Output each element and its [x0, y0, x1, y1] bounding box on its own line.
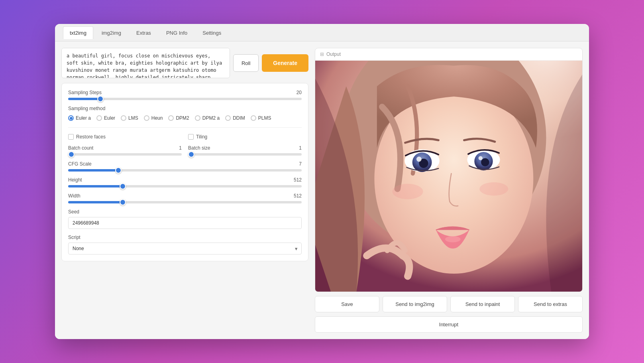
- svg-point-10: [481, 158, 489, 166]
- radio-label-euler-a: Euler a: [76, 115, 91, 121]
- seed-row: Seed: [68, 209, 302, 229]
- radio-heun[interactable]: Heun: [144, 115, 163, 121]
- width-label: Width: [68, 193, 80, 199]
- output-label: Output: [326, 51, 341, 57]
- batch-count-label: Batch count: [68, 145, 93, 151]
- width-slider[interactable]: [68, 201, 302, 203]
- radio-circle-ddim: [225, 115, 231, 121]
- tab-bar: txt2img img2img Extras PNG Info Settings: [55, 24, 589, 41]
- interrupt-button[interactable]: Interrupt: [315, 316, 583, 333]
- save-button[interactable]: Save: [315, 296, 379, 312]
- send-to-img2img-button[interactable]: Send to img2img: [383, 296, 447, 312]
- radio-euler-a[interactable]: Euler a: [68, 115, 91, 121]
- generate-button[interactable]: Generate: [262, 54, 308, 72]
- send-to-extras-button[interactable]: Send to extras: [518, 296, 583, 312]
- cfg-scale-slider[interactable]: [68, 169, 302, 172]
- tab-png-info[interactable]: PNG Info: [159, 26, 194, 39]
- radio-euler[interactable]: Euler: [96, 115, 115, 121]
- radio-label-dpm2a: DPM2 a: [202, 115, 220, 121]
- main-window: txt2img img2img Extras PNG Info Settings…: [55, 24, 589, 339]
- svg-point-8: [416, 157, 422, 162]
- output-icon: ⊞: [320, 51, 324, 57]
- sampling-steps-slider[interactable]: [68, 98, 302, 100]
- main-content: Roll Generate Sampling Steps 20 Sampling…: [55, 41, 589, 339]
- batch-size-slider[interactable]: [188, 153, 302, 156]
- radio-label-heun: Heun: [151, 115, 163, 121]
- output-image-area: [315, 61, 582, 292]
- sampling-steps-value: 20: [296, 90, 302, 95]
- cfg-scale-label-row: CFG Scale 7: [68, 161, 302, 167]
- radio-circle-euler: [96, 115, 102, 121]
- prompt-row: Roll Generate: [61, 48, 308, 78]
- batch-size-value: 1: [299, 145, 302, 151]
- height-value: 512: [294, 177, 302, 183]
- sampling-method-group: Euler a Euler LMS Heun: [68, 115, 302, 121]
- radio-label-plms: PLMS: [258, 115, 271, 121]
- radio-label-lms: LMS: [128, 115, 138, 121]
- batch-count-row: Batch count 1: [68, 145, 182, 156]
- roll-button[interactable]: Roll: [233, 54, 259, 72]
- send-to-inpaint-button[interactable]: Send to inpaint: [450, 296, 515, 312]
- width-label-row: Width 512: [68, 193, 302, 199]
- restore-faces-checkbox[interactable]: Restore faces: [68, 134, 182, 140]
- cfg-scale-value: 7: [299, 161, 302, 167]
- script-select[interactable]: None Prompt matrix Prompts from file or …: [68, 243, 302, 254]
- radio-dpm2[interactable]: DPM2: [168, 115, 189, 121]
- script-label: Script: [68, 235, 302, 240]
- svg-point-13: [392, 184, 423, 199]
- radio-dpm2a[interactable]: DPM2 a: [195, 115, 220, 121]
- output-container: ⊞ Output: [315, 48, 583, 292]
- right-panel: ⊞ Output: [315, 48, 583, 333]
- batch-count-slider[interactable]: [68, 153, 182, 156]
- radio-plms[interactable]: PLMS: [251, 115, 271, 121]
- left-panel: Roll Generate Sampling Steps 20 Sampling…: [61, 48, 308, 333]
- tiling-label: Tiling: [196, 134, 207, 140]
- sampling-method-label: Sampling method: [68, 106, 302, 111]
- divider-1: [68, 127, 302, 128]
- svg-point-11: [479, 156, 483, 160]
- height-row: Height 512: [68, 177, 302, 187]
- settings-panel: Sampling Steps 20 Sampling method Euler …: [61, 83, 308, 261]
- radio-circle-heun: [144, 115, 149, 121]
- tab-extras[interactable]: Extras: [130, 26, 158, 39]
- batch-size-label-row: Batch size 1: [188, 145, 302, 151]
- script-row: Script None Prompt matrix Prompts from f…: [68, 235, 302, 254]
- sampling-steps-label-row: Sampling Steps 20: [68, 90, 302, 95]
- tiling-box: [188, 134, 194, 140]
- radio-label-euler: Euler: [104, 115, 115, 121]
- restore-tiling-row: Restore faces Tiling: [68, 134, 302, 140]
- seed-label: Seed: [68, 209, 302, 215]
- restore-faces-box: [68, 134, 74, 140]
- cfg-scale-label: CFG Scale: [68, 161, 92, 167]
- width-value: 512: [294, 193, 302, 199]
- radio-lms[interactable]: LMS: [121, 115, 138, 121]
- svg-point-12: [445, 236, 461, 242]
- radio-label-ddim: DDIM: [233, 115, 245, 121]
- cfg-scale-row: CFG Scale 7: [68, 161, 302, 172]
- radio-circle-euler-a: [68, 115, 74, 121]
- radio-circle-dpm2a: [195, 115, 200, 121]
- tab-txt2img[interactable]: txt2img: [63, 26, 93, 39]
- batch-size-row: Batch size 1: [188, 145, 302, 156]
- tab-img2img[interactable]: img2img: [95, 26, 128, 39]
- height-label: Height: [68, 177, 82, 183]
- sampling-steps-label: Sampling Steps: [68, 90, 102, 95]
- tab-settings[interactable]: Settings: [196, 26, 228, 39]
- radio-circle-lms: [121, 115, 126, 121]
- height-slider[interactable]: [68, 185, 302, 187]
- script-select-wrapper: None Prompt matrix Prompts from file or …: [68, 243, 302, 254]
- svg-point-14: [479, 182, 508, 195]
- prompt-input[interactable]: [61, 48, 230, 78]
- output-image: [315, 61, 582, 292]
- seed-input[interactable]: [68, 217, 302, 229]
- sampling-steps-row: Sampling Steps 20: [68, 90, 302, 100]
- radio-circle-dpm2: [168, 115, 174, 121]
- radio-ddim[interactable]: DDIM: [225, 115, 245, 121]
- batch-row: Batch count 1 Batch size 1: [68, 145, 302, 156]
- output-header: ⊞ Output: [315, 48, 582, 61]
- tiling-checkbox[interactable]: Tiling: [188, 134, 302, 140]
- sampling-method-row: Sampling method Euler a Euler LMS: [68, 106, 302, 121]
- radio-label-dpm2: DPM2: [176, 115, 189, 121]
- batch-count-value: 1: [179, 145, 182, 151]
- action-buttons-row: Save Send to img2img Send to inpaint Sen…: [315, 296, 583, 312]
